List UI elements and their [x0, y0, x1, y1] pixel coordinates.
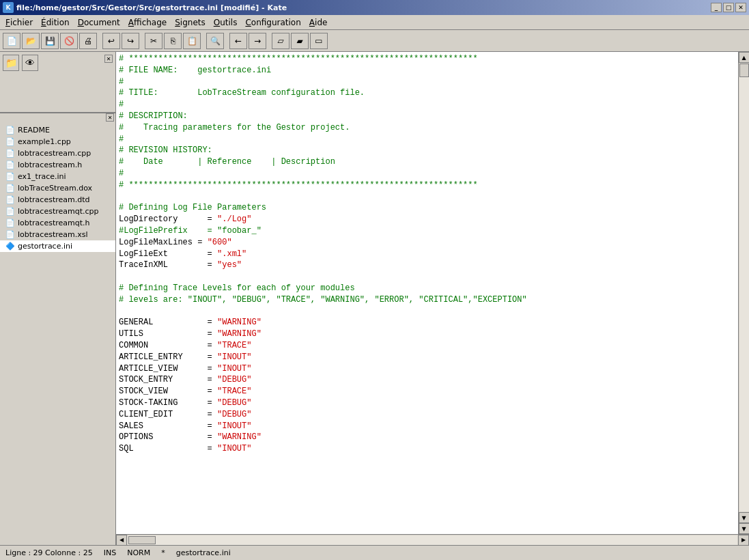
file-item-lobtracestream-dtd[interactable]: 📄 lobtracestream.dtd	[0, 194, 115, 206]
menu-document[interactable]: Document	[74, 15, 124, 29]
menu-edition[interactable]: Édition	[37, 15, 74, 29]
file-icon: 📄	[5, 137, 15, 146]
sidebar: 📁 👁 ✕ ✕ 📄 README 📄 example1.cpp 📄 lobtra…	[0, 52, 116, 545]
file-item-lobtracestreamqt-h[interactable]: 📄 lobtracestreamqt.h	[0, 217, 115, 229]
save-button[interactable]: 💾	[41, 33, 59, 49]
close-doc-button[interactable]: 🚫	[60, 33, 78, 49]
nav-back-button[interactable]: ←	[229, 33, 247, 49]
app-icon: K	[3, 2, 14, 13]
file-item-gestortrace-ini[interactable]: 🔷 gestortrace.ini	[0, 240, 115, 252]
editor-vscroll[interactable]: ▲ ▼ ▼	[738, 52, 749, 534]
file-item-lobtracestream-dox[interactable]: 📄 lobTraceStream.dox	[0, 182, 115, 194]
file-icon: 📄	[5, 184, 15, 193]
sidebar-folder-icon[interactable]: 📁	[3, 55, 19, 71]
main-area: 📁 👁 ✕ ✕ 📄 README 📄 example1.cpp 📄 lobtra…	[0, 52, 749, 545]
close-button[interactable]: ✕	[735, 3, 746, 12]
file-name: ex1_trace.ini	[18, 172, 66, 181]
title-bar-buttons[interactable]: _ □ ✕	[711, 3, 746, 12]
sidebar-list-close-button[interactable]: ✕	[106, 113, 114, 122]
file-name: lobtracestreamqt.cpp	[18, 207, 99, 216]
file-icon: 📄	[5, 149, 15, 158]
file-list: 📄 README 📄 example1.cpp 📄 lobtracestream…	[0, 123, 115, 545]
hscroll-track[interactable]	[128, 535, 737, 545]
title-bar-left: K file:/home/gestor/Src/Gestor/Src/gesto…	[3, 2, 287, 13]
title-bar: K file:/home/gestor/Src/Gestor/Src/gesto…	[0, 0, 749, 15]
filename-status: gestortrace.ini	[176, 548, 231, 557]
editor-content[interactable]: # **************************************…	[116, 52, 738, 534]
menu-signets[interactable]: Signets	[171, 15, 210, 29]
cut-button[interactable]: ✂	[145, 33, 162, 49]
minimize-button[interactable]: _	[711, 3, 722, 12]
window-title: file:/home/gestor/Src/Gestor/Src/gestort…	[16, 3, 287, 12]
file-name: lobtracestream.dtd	[18, 195, 89, 204]
scroll-track[interactable]	[739, 64, 749, 512]
sidebar-file-list-header: ✕	[0, 113, 115, 123]
new-file-button[interactable]: 📄	[3, 33, 20, 49]
menu-aide[interactable]: Aide	[305, 15, 332, 29]
file-name: gestortrace.ini	[18, 242, 72, 251]
file-name: lobtracestream.cpp	[18, 149, 91, 158]
file-name: lobtracestream.xsl	[18, 230, 88, 239]
modified-star: *	[161, 548, 165, 557]
line-col-status: Ligne : 29 Colonne : 25	[5, 548, 93, 557]
sidebar-top: 📁 👁 ✕	[0, 52, 115, 113]
open-file-button[interactable]: 📂	[22, 33, 40, 49]
sidebar-top-icons: 📁 👁	[3, 55, 38, 71]
hsplit-button[interactable]: ▰	[291, 33, 309, 49]
file-icon: 📄	[5, 172, 15, 181]
file-name: lobTraceStream.dox	[18, 184, 92, 193]
scroll-up-arrow[interactable]: ▲	[739, 52, 750, 63]
file-name: lobtracestream.h	[18, 160, 82, 169]
sidebar-close-top-button[interactable]: ✕	[104, 55, 113, 63]
hscroll-left-arrow[interactable]: ◀	[116, 535, 127, 546]
unsplit-button[interactable]: ▭	[310, 33, 328, 49]
menu-affichage[interactable]: Affichage	[124, 15, 171, 29]
scroll-thumb[interactable]	[739, 64, 749, 77]
file-icon: 📄	[5, 160, 15, 169]
file-name: lobtracestreamqt.h	[18, 219, 89, 227]
ins-mode-status: INS	[104, 548, 116, 557]
vsplit-button[interactable]: ▱	[272, 33, 289, 49]
print-button[interactable]: 🖨	[79, 33, 97, 49]
status-bar: Ligne : 29 Colonne : 25 INS NORM * gesto…	[0, 545, 749, 560]
find-button[interactable]: 🔍	[206, 33, 224, 49]
file-icon: 📄	[5, 126, 15, 135]
menu-fichier[interactable]: Fichier	[1, 15, 37, 29]
toolbar: 📄 📂 💾 🚫 🖨 ↩ ↪ ✂ ⎘ 📋 🔍 ← → ▱ ▰ ▭	[0, 30, 749, 52]
file-item-example1[interactable]: 📄 example1.cpp	[0, 136, 115, 148]
hscroll-right-arrow[interactable]: ▶	[738, 535, 749, 546]
file-name: example1.cpp	[18, 137, 71, 146]
nav-forward-button[interactable]: →	[249, 33, 266, 49]
menu-outils[interactable]: Outils	[210, 15, 242, 29]
file-icon: 📄	[5, 195, 15, 204]
maximize-button[interactable]: □	[723, 3, 734, 12]
file-icon: 📄	[5, 207, 15, 216]
file-item-ex1-trace[interactable]: 📄 ex1_trace.ini	[0, 171, 115, 182]
editor-wrapper: # **************************************…	[116, 52, 749, 534]
redo-button[interactable]: ↪	[122, 33, 139, 49]
file-icon: 📄	[5, 219, 15, 227]
editor-area: # **************************************…	[116, 52, 749, 545]
hscroll[interactable]: ◀ ▶	[116, 534, 749, 545]
file-item-lobtracestream-h[interactable]: 📄 lobtracestream.h	[0, 159, 115, 171]
scroll-bottom-arrow[interactable]: ▼	[739, 523, 750, 534]
file-icon: 📄	[5, 230, 15, 239]
menu-bar: Fichier Édition Document Affichage Signe…	[0, 15, 749, 30]
copy-button[interactable]: ⎘	[164, 33, 182, 49]
file-item-readme[interactable]: 📄 README	[0, 124, 115, 136]
file-item-lobtracestream-xsl[interactable]: 📄 lobtracestream.xsl	[0, 229, 115, 240]
norm-status: NORM	[127, 548, 150, 557]
paste-button[interactable]: 📋	[183, 33, 201, 49]
hscroll-thumb[interactable]	[128, 536, 156, 544]
file-item-lobtracestreamqt-cpp[interactable]: 📄 lobtracestreamqt.cpp	[0, 206, 115, 217]
undo-button[interactable]: ↩	[102, 33, 120, 49]
scroll-down-arrow[interactable]: ▼	[739, 512, 750, 523]
file-name: README	[18, 126, 50, 135]
file-active-icon: 🔷	[5, 242, 15, 251]
sidebar-view-icon[interactable]: 👁	[22, 55, 38, 71]
menu-configuration[interactable]: Configuration	[241, 15, 305, 29]
file-item-lobtracestream-cpp[interactable]: 📄 lobtracestream.cpp	[0, 148, 115, 159]
